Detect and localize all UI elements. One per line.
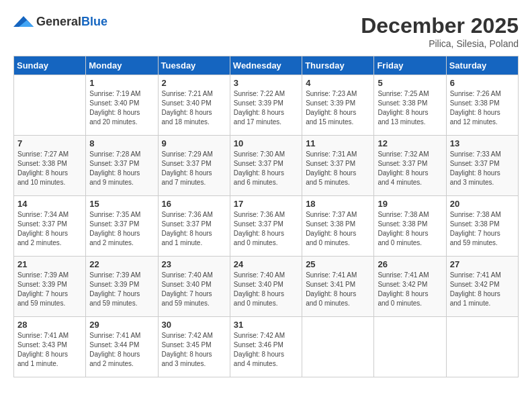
- calendar-cell: 7Sunrise: 7:27 AMSunset: 3:38 PMDaylight…: [14, 136, 86, 196]
- cell-info: Sunrise: 7:29 AMSunset: 3:37 PMDaylight:…: [162, 150, 226, 187]
- calendar-cell: 1Sunrise: 7:19 AMSunset: 3:40 PMDaylight…: [86, 75, 158, 136]
- calendar-header-row: SundayMondayTuesdayWednesdayThursdayFrid…: [14, 56, 519, 75]
- cell-info: Sunrise: 7:30 AMSunset: 3:37 PMDaylight:…: [234, 150, 298, 187]
- calendar-cell: 12Sunrise: 7:32 AMSunset: 3:37 PMDayligh…: [374, 136, 446, 196]
- page-header: GeneralBlue December 2025 Pilica, Silesi…: [13, 13, 519, 49]
- day-number: 2: [162, 78, 226, 88]
- calendar-cell: 16Sunrise: 7:36 AMSunset: 3:37 PMDayligh…: [158, 196, 230, 257]
- day-header-friday: Friday: [374, 56, 446, 75]
- calendar-cell: 23Sunrise: 7:40 AMSunset: 3:40 PMDayligh…: [158, 257, 230, 317]
- logo-blue: Blue: [81, 15, 107, 28]
- day-number: 17: [234, 199, 298, 209]
- calendar-week-5: 28Sunrise: 7:41 AMSunset: 3:43 PMDayligh…: [14, 317, 519, 377]
- day-number: 19: [378, 199, 442, 209]
- day-number: 23: [162, 259, 226, 269]
- day-number: 1: [89, 78, 154, 88]
- location: Pilica, Silesia, Poland: [361, 38, 519, 49]
- calendar-cell: 26Sunrise: 7:41 AMSunset: 3:42 PMDayligh…: [374, 257, 446, 317]
- cell-info: Sunrise: 7:36 AMSunset: 3:37 PMDaylight:…: [162, 210, 226, 248]
- day-number: 5: [378, 78, 442, 88]
- day-number: 26: [378, 259, 442, 269]
- cell-info: Sunrise: 7:40 AMSunset: 3:40 PMDaylight:…: [234, 271, 298, 308]
- calendar-cell: 14Sunrise: 7:34 AMSunset: 3:37 PMDayligh…: [14, 196, 86, 257]
- calendar-cell: 4Sunrise: 7:23 AMSunset: 3:39 PMDaylight…: [302, 75, 374, 136]
- calendar-cell: 21Sunrise: 7:39 AMSunset: 3:39 PMDayligh…: [14, 257, 86, 317]
- logo-icon: [13, 13, 34, 30]
- calendar-cell: 10Sunrise: 7:30 AMSunset: 3:37 PMDayligh…: [230, 136, 302, 196]
- calendar-week-3: 14Sunrise: 7:34 AMSunset: 3:37 PMDayligh…: [14, 196, 519, 257]
- day-number: 7: [17, 138, 82, 148]
- calendar-week-1: 1Sunrise: 7:19 AMSunset: 3:40 PMDaylight…: [14, 75, 519, 136]
- logo-text: GeneralBlue: [36, 15, 107, 29]
- day-number: 24: [234, 259, 298, 269]
- day-number: 3: [234, 78, 298, 88]
- calendar-cell: 20Sunrise: 7:38 AMSunset: 3:38 PMDayligh…: [446, 196, 518, 257]
- logo-general: General: [36, 15, 81, 28]
- calendar-cell: 2Sunrise: 7:21 AMSunset: 3:40 PMDaylight…: [158, 75, 230, 136]
- cell-info: Sunrise: 7:25 AMSunset: 3:38 PMDaylight:…: [378, 89, 442, 127]
- calendar-cell: 5Sunrise: 7:25 AMSunset: 3:38 PMDaylight…: [374, 75, 446, 136]
- calendar-cell: [14, 75, 86, 136]
- day-number: 29: [89, 320, 154, 330]
- calendar-cell: 30Sunrise: 7:42 AMSunset: 3:45 PMDayligh…: [158, 317, 230, 377]
- day-number: 14: [17, 199, 82, 209]
- day-number: 4: [306, 78, 370, 88]
- calendar-week-2: 7Sunrise: 7:27 AMSunset: 3:38 PMDaylight…: [14, 136, 519, 196]
- cell-info: Sunrise: 7:40 AMSunset: 3:40 PMDaylight:…: [162, 271, 226, 308]
- day-number: 16: [162, 199, 226, 209]
- calendar-cell: 18Sunrise: 7:37 AMSunset: 3:38 PMDayligh…: [302, 196, 374, 257]
- calendar-table: SundayMondayTuesdayWednesdayThursdayFrid…: [13, 56, 519, 377]
- calendar-cell: 25Sunrise: 7:41 AMSunset: 3:41 PMDayligh…: [302, 257, 374, 317]
- day-number: 12: [378, 138, 442, 148]
- calendar-cell: 17Sunrise: 7:36 AMSunset: 3:37 PMDayligh…: [230, 196, 302, 257]
- day-number: 27: [450, 259, 515, 269]
- calendar-week-4: 21Sunrise: 7:39 AMSunset: 3:39 PMDayligh…: [14, 257, 519, 317]
- day-number: 22: [89, 259, 154, 269]
- day-header-sunday: Sunday: [14, 56, 86, 75]
- day-header-wednesday: Wednesday: [230, 56, 302, 75]
- cell-info: Sunrise: 7:22 AMSunset: 3:39 PMDaylight:…: [234, 89, 298, 127]
- day-number: 30: [162, 320, 226, 330]
- day-number: 15: [89, 199, 154, 209]
- cell-info: Sunrise: 7:41 AMSunset: 3:42 PMDaylight:…: [450, 271, 515, 308]
- calendar-cell: [446, 317, 518, 377]
- day-number: 18: [306, 199, 370, 209]
- day-number: 31: [234, 320, 298, 330]
- title-block: December 2025 Pilica, Silesia, Poland: [361, 13, 519, 49]
- calendar-cell: 3Sunrise: 7:22 AMSunset: 3:39 PMDaylight…: [230, 75, 302, 136]
- calendar-cell: 22Sunrise: 7:39 AMSunset: 3:39 PMDayligh…: [86, 257, 158, 317]
- calendar-cell: 24Sunrise: 7:40 AMSunset: 3:40 PMDayligh…: [230, 257, 302, 317]
- calendar-cell: 6Sunrise: 7:26 AMSunset: 3:38 PMDaylight…: [446, 75, 518, 136]
- calendar-cell: 15Sunrise: 7:35 AMSunset: 3:37 PMDayligh…: [86, 196, 158, 257]
- day-number: 25: [306, 259, 370, 269]
- day-number: 8: [89, 138, 154, 148]
- cell-info: Sunrise: 7:42 AMSunset: 3:46 PMDaylight:…: [234, 331, 298, 369]
- day-number: 6: [450, 78, 515, 88]
- calendar-cell: 8Sunrise: 7:28 AMSunset: 3:37 PMDaylight…: [86, 136, 158, 196]
- calendar-cell: [302, 317, 374, 377]
- cell-info: Sunrise: 7:38 AMSunset: 3:38 PMDaylight:…: [450, 210, 515, 248]
- calendar-body: 1Sunrise: 7:19 AMSunset: 3:40 PMDaylight…: [14, 75, 519, 377]
- day-number: 10: [234, 138, 298, 148]
- logo: GeneralBlue: [13, 13, 107, 30]
- cell-info: Sunrise: 7:27 AMSunset: 3:38 PMDaylight:…: [17, 150, 82, 187]
- day-header-tuesday: Tuesday: [158, 56, 230, 75]
- day-number: 13: [450, 138, 515, 148]
- month-title: December 2025: [361, 13, 519, 38]
- calendar-cell: [374, 317, 446, 377]
- cell-info: Sunrise: 7:34 AMSunset: 3:37 PMDaylight:…: [17, 210, 82, 248]
- cell-info: Sunrise: 7:32 AMSunset: 3:37 PMDaylight:…: [378, 150, 442, 187]
- cell-info: Sunrise: 7:26 AMSunset: 3:38 PMDaylight:…: [450, 89, 515, 127]
- cell-info: Sunrise: 7:41 AMSunset: 3:44 PMDaylight:…: [89, 331, 154, 369]
- cell-info: Sunrise: 7:42 AMSunset: 3:45 PMDaylight:…: [162, 331, 226, 369]
- calendar-cell: 9Sunrise: 7:29 AMSunset: 3:37 PMDaylight…: [158, 136, 230, 196]
- cell-info: Sunrise: 7:39 AMSunset: 3:39 PMDaylight:…: [17, 271, 82, 308]
- cell-info: Sunrise: 7:36 AMSunset: 3:37 PMDaylight:…: [234, 210, 298, 248]
- calendar-cell: 13Sunrise: 7:33 AMSunset: 3:37 PMDayligh…: [446, 136, 518, 196]
- cell-info: Sunrise: 7:31 AMSunset: 3:37 PMDaylight:…: [306, 150, 370, 187]
- calendar-cell: 29Sunrise: 7:41 AMSunset: 3:44 PMDayligh…: [86, 317, 158, 377]
- day-header-saturday: Saturday: [446, 56, 518, 75]
- day-number: 11: [306, 138, 370, 148]
- calendar-cell: 31Sunrise: 7:42 AMSunset: 3:46 PMDayligh…: [230, 317, 302, 377]
- day-header-thursday: Thursday: [302, 56, 374, 75]
